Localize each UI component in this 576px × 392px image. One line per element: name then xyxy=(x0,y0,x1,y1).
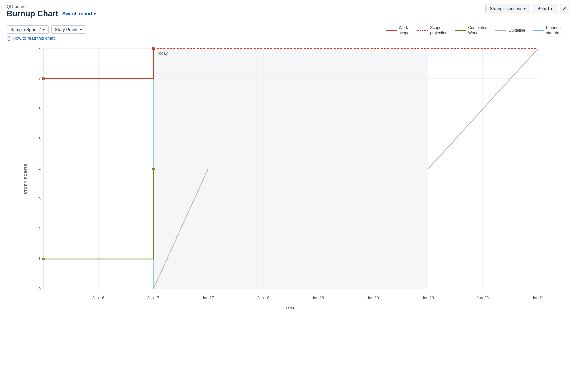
sprint-select[interactable]: Sample Sprint 7 ▾ xyxy=(7,25,49,34)
chevron-down-icon: ▾ xyxy=(524,6,526,11)
svg-text:Jan 18: Jan 18 xyxy=(312,296,324,300)
question-icon: ? xyxy=(7,36,11,41)
svg-text:Jan 17: Jan 17 xyxy=(202,296,214,300)
expand-icon: ⤢ xyxy=(563,6,566,11)
svg-text:Jan 18: Jan 18 xyxy=(257,296,269,300)
legend-scope-projection: Scopeprojection xyxy=(417,25,447,36)
chart-legend: Workscope Scopeprojection CompletedWork … xyxy=(386,25,569,36)
svg-text:1: 1 xyxy=(38,257,41,261)
planned-start-legend-icon xyxy=(533,28,544,33)
board-label: QQ board xyxy=(7,4,96,9)
burnup-chart: 0 1 2 3 4 5 6 7 8 Jan 16 Jan 17 Jan 17 J… xyxy=(23,42,551,316)
chevron-down-icon: ▾ xyxy=(80,27,82,32)
completed-work-top-dot xyxy=(152,168,155,170)
page-header: QQ board Burnup Chart Switch report ▾ St… xyxy=(0,0,576,21)
y-axis-label: STORY POINTS xyxy=(24,163,28,194)
chevron-down-icon: ▾ xyxy=(550,6,553,11)
page-title-group: Burnup Chart Switch report ▾ xyxy=(7,9,96,18)
svg-text:6: 6 xyxy=(38,107,41,111)
legend-work-scope: Workscope xyxy=(386,25,409,36)
legend-planned-start: Plannedstart date xyxy=(533,25,563,36)
toolbar-left: Sample Sprint 7 ▾ Story Points ▾ ? How t… xyxy=(7,25,86,41)
svg-text:4: 4 xyxy=(38,167,41,171)
svg-text:Jan 16: Jan 16 xyxy=(92,296,104,300)
today-label: Today xyxy=(157,51,168,56)
header-left: QQ board Burnup Chart Switch report ▾ xyxy=(7,4,96,18)
svg-text:5: 5 xyxy=(38,137,41,141)
how-to-read-button[interactable]: ? How to read this chart xyxy=(7,36,86,41)
chart-area: STORY POINTS 0 1 2 xyxy=(23,42,569,316)
toolbar-selects: Sample Sprint 7 ▾ Story Points ▾ xyxy=(7,25,86,34)
page-title: Burnup Chart xyxy=(7,9,58,18)
svg-text:Jan 19: Jan 19 xyxy=(367,296,379,300)
completed-work-legend-icon xyxy=(455,28,466,33)
work-scope-legend-icon xyxy=(386,28,397,33)
svg-text:Jan 17: Jan 17 xyxy=(147,296,159,300)
svg-text:2: 2 xyxy=(38,227,41,231)
points-select[interactable]: Story Points ▾ xyxy=(51,25,86,34)
svg-text:Jan 19: Jan 19 xyxy=(422,296,434,300)
strange-sections-button[interactable]: Strange sections ▾ xyxy=(485,4,530,13)
svg-text:7: 7 xyxy=(38,76,41,81)
x-axis-label: TIME xyxy=(286,306,296,310)
header-right: Strange sections ▾ Board ▾ ⤢ xyxy=(485,4,569,13)
toolbar: Sample Sprint 7 ▾ Story Points ▾ ? How t… xyxy=(0,21,576,42)
expand-button[interactable]: ⤢ xyxy=(560,4,569,13)
svg-text:0: 0 xyxy=(38,287,41,291)
legend-guideline: Guideline xyxy=(495,28,525,33)
svg-text:Jan 20: Jan 20 xyxy=(477,296,489,300)
svg-text:8: 8 xyxy=(38,46,41,51)
scope-projection-legend-icon xyxy=(417,28,428,33)
chevron-down-icon: ▾ xyxy=(94,11,96,16)
svg-text:Jan 21: Jan 21 xyxy=(532,296,544,300)
chevron-down-icon: ▾ xyxy=(43,27,45,32)
chart-container: STORY POINTS 0 1 2 xyxy=(0,42,576,323)
board-button[interactable]: Board ▾ xyxy=(533,4,557,13)
switch-report-button[interactable]: Switch report ▾ xyxy=(62,11,96,16)
legend-completed-work: CompletedWork xyxy=(455,25,487,36)
svg-text:3: 3 xyxy=(38,197,41,201)
guideline-legend-icon xyxy=(495,28,506,33)
